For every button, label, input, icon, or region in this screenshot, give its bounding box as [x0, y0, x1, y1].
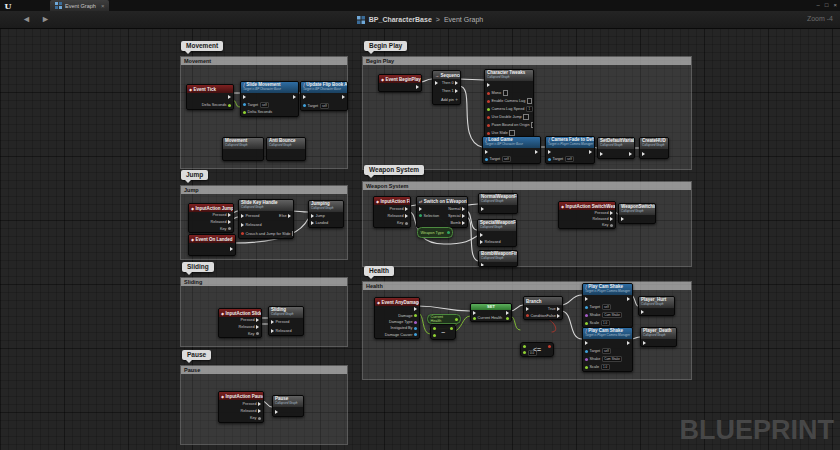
node-header[interactable]: SlidingCollapsed Graph	[269, 307, 303, 318]
node-header[interactable]: ◆InputAction Jump	[189, 204, 233, 212]
maximize-icon[interactable]: □	[825, 1, 829, 9]
pin-mono[interactable]: Mono	[487, 90, 508, 96]
node-header[interactable]: ƒCamera Fade to DefaultTarget is Player …	[546, 137, 594, 148]
pin-then-1[interactable]: Then 1	[442, 89, 458, 93]
node-input-action-jump[interactable]: ◆InputAction JumpPressedReleasedKey	[188, 203, 234, 233]
pin-value-box[interactable]: 1.0	[601, 364, 610, 370]
pin-delta-seconds[interactable]: Delta Seconds	[243, 110, 272, 114]
node-current-health-get[interactable]: Current Health	[427, 314, 461, 324]
node-header[interactable]: WeaponSwitchingCollapsed Graph	[619, 204, 655, 215]
pin-released[interactable]: Released	[480, 240, 501, 244]
pin-exec[interactable]	[435, 81, 438, 85]
bookmark-begin-play[interactable]: Begin Play	[364, 41, 407, 51]
pin-damage[interactable]: Damage	[398, 314, 417, 318]
pin-exec[interactable]	[627, 297, 630, 301]
pin-exec[interactable]	[419, 207, 422, 211]
pin-instigated-by[interactable]: Instigated By	[391, 326, 417, 330]
pin-checkbox[interactable]	[527, 98, 533, 104]
unreal-logo[interactable]: U	[0, 1, 16, 11]
node-sequence[interactable]: →SequenceThen 0Then 1+Add pin	[432, 70, 461, 105]
pin-key[interactable]: Key	[602, 223, 613, 227]
pin-exec[interactable]	[481, 263, 484, 267]
node-slide-key-handle[interactable]: Slide Key HandleCollapsed GraphPressedEl…	[238, 199, 294, 239]
node-event-tick[interactable]: ◆Event TickDelta Seconds	[186, 84, 234, 110]
pin-exec[interactable]	[487, 83, 490, 87]
pin-key[interactable]: Key	[397, 221, 408, 225]
pin-normal[interactable]: Normal	[448, 207, 465, 211]
node-header[interactable]: ◆InputAction Fire	[374, 197, 410, 205]
pin-data[interactable]: 0.0	[523, 350, 537, 356]
node-input-action-fire[interactable]: ◆InputAction FirePressedReleasedKey	[373, 196, 411, 228]
pin-target[interactable]: Targetself	[585, 348, 611, 354]
tab-close-icon[interactable]: ×	[101, 3, 105, 9]
pin-released[interactable]: Released	[210, 220, 231, 224]
node-camera-fade-to-default[interactable]: ƒCamera Fade to DefaultTarget is Player …	[545, 136, 595, 164]
node-header[interactable]: ◆InputAction Pause	[219, 392, 263, 400]
pin-current-health[interactable]: Current Health	[473, 316, 502, 320]
comment-title[interactable]: Health	[363, 282, 691, 290]
node-slide-movement[interactable]: ƒSlide MovementTarget is BP Character Ba…	[240, 81, 299, 117]
node-header[interactable]: Anti BounceCollapsed Graph	[267, 138, 305, 149]
node-header[interactable]: Character TweaksCollapsed Graph	[485, 70, 533, 81]
node-play-cam-shake-2[interactable]: ƒPlay Cam ShakeTarget is Player Camera M…	[582, 327, 633, 372]
pin-exec[interactable]	[643, 341, 646, 345]
node-create-hud[interactable]: CreateHUDCollapsed Graph	[639, 137, 669, 159]
comment-pause[interactable]: Pause	[180, 365, 348, 445]
pin-exec[interactable]	[480, 233, 483, 237]
tab-event-graph[interactable]: Event Graph ×	[50, 0, 109, 11]
node-header[interactable]: BombWeaponFireCollapsed Graph	[479, 251, 517, 262]
pin-exec[interactable]	[275, 410, 278, 414]
pin-pressed[interactable]: Pressed	[213, 213, 231, 217]
pin-data[interactable]	[548, 345, 551, 348]
pin-else[interactable]: Else	[279, 214, 291, 218]
node-load-game[interactable]: ƒLoad GameTarget is BP Character BaseTar…	[482, 136, 541, 164]
node-bomb-weapon-fire[interactable]: BombWeaponFireCollapsed Graph	[478, 250, 518, 267]
pin-jump[interactable]: Jump	[311, 214, 325, 218]
pin-checkbox[interactable]	[503, 90, 509, 96]
pin-exec[interactable]	[642, 152, 645, 156]
close-icon[interactable]: ×	[833, 1, 837, 9]
pin-exec[interactable]	[481, 207, 484, 211]
comment-title[interactable]: Begin Play	[363, 57, 691, 65]
node-header[interactable]: JumpingCollapsed Graph	[309, 201, 343, 212]
node-header[interactable]: SpecialWeaponFireCollapsed Graph	[478, 220, 516, 231]
pin-exec[interactable]	[526, 307, 529, 311]
node-weapon-switching[interactable]: WeaponSwitchingCollapsed Graph	[618, 203, 656, 224]
breadcrumb-asset[interactable]: BP_CharacterBase	[369, 16, 432, 23]
comment-sliding[interactable]: Sliding	[180, 277, 348, 347]
node-header[interactable]: ƒLoad GameTarget is BP Character Base	[483, 137, 540, 148]
pin-damage-causer[interactable]: Damage Causer	[385, 333, 417, 337]
pin-value-box[interactable]: Cam Shake	[602, 356, 623, 362]
pin-true[interactable]: True	[548, 307, 560, 311]
pin-key[interactable]: Key	[248, 332, 259, 336]
pin-checkbox[interactable]	[292, 231, 294, 237]
pin-use-slide[interactable]: Use Slide	[487, 130, 515, 136]
pin-landed[interactable]: Landed	[311, 221, 328, 225]
node-update-flip-book-animation[interactable]: ƒUpdate Flip Book AnimationTarget is BP …	[300, 81, 348, 111]
pin-pressed[interactable]: Pressed	[241, 318, 259, 322]
pin-then-0[interactable]: Then 0	[442, 81, 458, 85]
pin-value-box[interactable]: 0.0	[528, 350, 537, 356]
node-set-current-health[interactable]: SETCurrent Health	[470, 303, 512, 322]
node-player-death[interactable]: Player_DeathCollapsed Graph	[640, 327, 677, 347]
pin-pressed[interactable]: Pressed	[271, 320, 289, 324]
pin-checkbox[interactable]	[523, 114, 529, 120]
node-subtract[interactable]: −	[430, 324, 456, 340]
pin-value-box[interactable]: self	[565, 156, 575, 162]
pin-exec[interactable]	[585, 297, 588, 301]
node-header[interactable]: NormalWeaponFireCollapsed Graph	[479, 194, 517, 205]
pin-exec[interactable]	[629, 152, 632, 156]
pin-enable-camera-lag[interactable]: Enable Camera Lag	[487, 98, 532, 104]
pin-exec[interactable]	[230, 247, 233, 251]
node-input-action-slide[interactable]: ◆InputAction SlidePressedReleasedKey	[218, 308, 262, 338]
node-set-default-variables[interactable]: SetDefaultVariablesCollapsed Graph	[597, 137, 635, 159]
pin-value-box[interactable]: Cam Shake	[602, 312, 623, 318]
pin-special[interactable]: Special	[448, 214, 465, 218]
pin-exec[interactable]	[416, 85, 419, 89]
pin-exec[interactable]	[600, 152, 603, 156]
pin-released[interactable]: Released	[241, 223, 262, 227]
pin-scale[interactable]: Scale1.0	[585, 320, 610, 326]
node-header[interactable]: MovementCollapsed Graph	[223, 138, 263, 149]
node-switch-on-eweapontype[interactable]: ⇄Switch on EWeaponTypeNormalSelectionSpe…	[416, 196, 468, 228]
pin-data[interactable]	[433, 334, 436, 337]
